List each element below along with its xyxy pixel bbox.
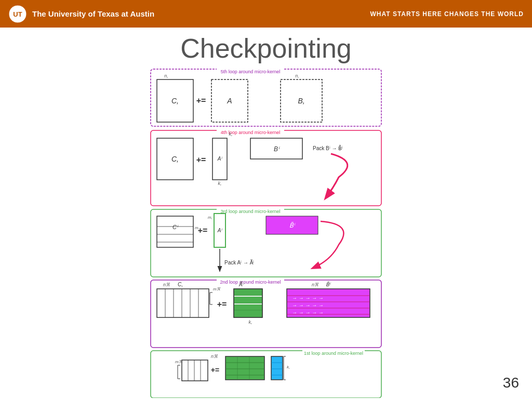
svg-text:A: A	[227, 97, 232, 105]
slide-title: Checkpointing	[10, 33, 522, 64]
svg-rect-77	[287, 289, 370, 317]
svg-text:nℜ: nℜ	[312, 282, 319, 287]
svg-text:+=: +=	[211, 366, 219, 374]
ut-seal-icon: UT	[8, 5, 27, 23]
svg-text:C,: C,	[171, 97, 179, 105]
svg-rect-68	[234, 297, 262, 303]
svg-rect-32	[212, 138, 227, 180]
svg-rect-10	[217, 128, 284, 135]
svg-text:Ãⁱ: Ãⁱ	[238, 281, 245, 287]
svg-text:Aⁱ: Aⁱ	[217, 156, 223, 162]
arrows-svg: 5th loop around micro-kernel 4th loop ar…	[147, 68, 385, 398]
svg-rect-49	[266, 216, 318, 234]
diagram: 5th loop around micro-kernel 4th loop ar…	[147, 68, 385, 398]
svg-text:mℜ: mℜ	[175, 360, 183, 364]
university-name: The University of Texas at Austin	[32, 9, 154, 18]
svg-rect-66	[234, 289, 262, 317]
svg-text:nℜ: nℜ	[163, 282, 170, 287]
svg-text:5th loop around micro-kernel: 5th loop around micro-kernel	[221, 69, 281, 74]
svg-text:C,: C,	[178, 282, 183, 287]
svg-text:+=: +=	[198, 226, 208, 235]
svg-text:k,: k,	[248, 320, 252, 325]
svg-rect-21	[157, 79, 193, 122]
svg-rect-67	[234, 289, 262, 296]
svg-rect-24	[211, 79, 248, 122]
svg-text:Bⁱ: Bⁱ	[274, 145, 280, 153]
svg-rect-91	[182, 360, 208, 381]
svg-rect-4	[151, 209, 381, 277]
svg-text:B̃ⁱ: B̃ⁱ	[289, 222, 296, 229]
svg-text:Aⁱ: Aⁱ	[217, 228, 223, 233]
svg-rect-27	[281, 79, 322, 122]
svg-text:→ → → → →: → → → → →	[292, 302, 324, 308]
svg-text:m,: m,	[195, 225, 200, 230]
svg-text:UT: UT	[13, 10, 22, 18]
svg-text:2nd loop around micro-kernel: 2nd loop around micro-kernel	[220, 280, 281, 285]
svg-text:→ → → → →: → → → → →	[292, 310, 324, 315]
svg-text:C,: C,	[171, 155, 179, 163]
svg-text:4th loop around micro-kernel: 4th loop around micro-kernel	[221, 130, 281, 135]
header-tagline: WHAT STARTS HERE CHANGES THE WORLD	[370, 10, 524, 18]
svg-rect-8	[217, 68, 284, 74]
svg-text:nℜ: nℜ	[211, 354, 218, 359]
svg-text:B,: B,	[298, 97, 304, 105]
svg-rect-35	[250, 138, 302, 159]
svg-text:n,: n,	[164, 73, 168, 78]
svg-text:Pack Bⁱ → B̃ⁱ: Pack Bⁱ → B̃ⁱ	[313, 145, 343, 151]
svg-text:k,: k,	[218, 181, 221, 186]
svg-rect-96	[225, 356, 264, 380]
svg-text:k,: k,	[287, 365, 290, 369]
main-content: Checkpointing 5th loop around micro-kern…	[0, 28, 532, 399]
svg-text:k,: k,	[229, 131, 232, 137]
svg-rect-39	[157, 216, 193, 247]
svg-rect-5	[151, 280, 381, 348]
svg-rect-70	[234, 311, 262, 317]
svg-text:mℜ: mℜ	[213, 287, 221, 291]
svg-rect-54	[157, 289, 209, 317]
svg-text:1st loop around micro-kernel: 1st loop around micro-kernel	[304, 351, 363, 356]
svg-rect-3	[151, 130, 381, 206]
svg-rect-102	[271, 356, 283, 380]
svg-text:+=: +=	[196, 155, 206, 164]
svg-rect-6	[151, 351, 381, 398]
svg-text:n,: n,	[295, 73, 299, 78]
page-number: 36	[503, 375, 519, 391]
svg-rect-16	[302, 349, 365, 356]
svg-rect-14	[217, 278, 284, 285]
svg-rect-29	[157, 138, 193, 180]
header-bar: UT The University of Texas at Austin WHA…	[0, 0, 532, 28]
svg-text:Pack Aⁱ → Ãⁱ: Pack Aⁱ → Ãⁱ	[224, 259, 254, 265]
svg-rect-2	[151, 69, 381, 126]
svg-text:m,: m,	[208, 215, 212, 220]
svg-text:+=: +=	[217, 300, 227, 309]
svg-text:B̃ⁱ: B̃ⁱ	[326, 281, 331, 287]
svg-rect-74	[234, 289, 262, 317]
header-left: UT The University of Texas at Austin	[8, 5, 154, 23]
svg-text:Cⁱ: Cⁱ	[172, 224, 179, 230]
svg-text:3rd loop around micro-kernel: 3rd loop around micro-kernel	[220, 209, 280, 214]
svg-rect-12	[217, 207, 284, 214]
svg-text:+=: +=	[196, 96, 206, 105]
svg-text:→ → → → →: → → → → →	[292, 295, 324, 301]
svg-rect-69	[234, 304, 262, 311]
svg-rect-47	[214, 214, 225, 247]
